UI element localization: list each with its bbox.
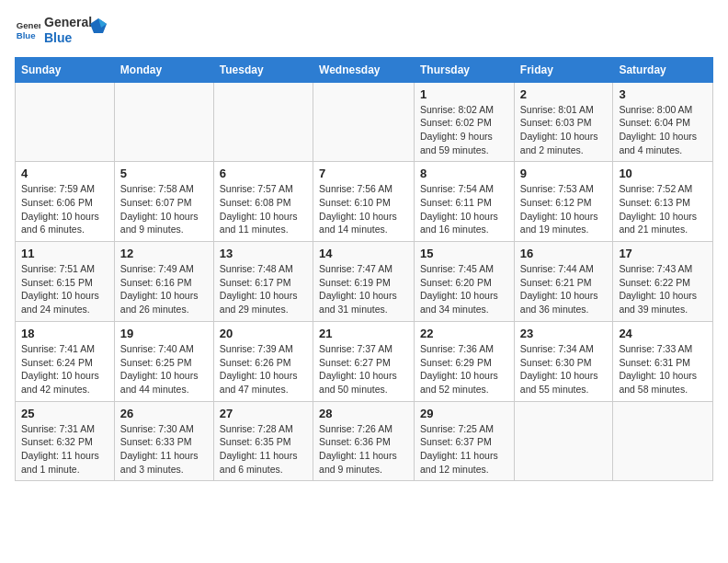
calendar-cell [213, 82, 313, 162]
day-number: 20 [220, 327, 307, 340]
day-detail: Sunrise: 7:57 AM Sunset: 6:08 PM Dayligh… [220, 182, 307, 236]
logo-blue: Blue [44, 30, 92, 46]
calendar-cell: 7Sunrise: 7:56 AM Sunset: 6:10 PM Daylig… [313, 162, 415, 242]
calendar-cell: 15Sunrise: 7:45 AM Sunset: 6:20 PM Dayli… [415, 242, 515, 322]
day-detail: Sunrise: 8:00 AM Sunset: 6:04 PM Dayligh… [619, 103, 707, 157]
calendar-cell: 5Sunrise: 7:58 AM Sunset: 6:07 PM Daylig… [114, 162, 213, 242]
calendar-cell: 9Sunrise: 7:53 AM Sunset: 6:12 PM Daylig… [514, 162, 613, 242]
weekday-header-wednesday: Wednesday [313, 57, 415, 82]
logo-general: General [44, 15, 92, 30]
day-detail: Sunrise: 7:39 AM Sunset: 6:26 PM Dayligh… [220, 342, 307, 396]
logo-flag-icon [88, 17, 108, 37]
day-number: 25 [21, 407, 108, 420]
day-detail: Sunrise: 7:48 AM Sunset: 6:17 PM Dayligh… [220, 262, 307, 316]
day-number: 12 [120, 247, 208, 260]
calendar-cell: 19Sunrise: 7:40 AM Sunset: 6:25 PM Dayli… [114, 321, 213, 401]
day-detail: Sunrise: 7:34 AM Sunset: 6:30 PM Dayligh… [520, 342, 608, 396]
day-detail: Sunrise: 7:43 AM Sunset: 6:22 PM Dayligh… [619, 262, 707, 316]
day-detail: Sunrise: 7:52 AM Sunset: 6:13 PM Dayligh… [619, 182, 707, 236]
svg-text:Blue: Blue [17, 30, 36, 40]
day-detail: Sunrise: 7:47 AM Sunset: 6:19 PM Dayligh… [319, 262, 408, 316]
calendar-cell: 2Sunrise: 8:01 AM Sunset: 6:03 PM Daylig… [514, 82, 613, 162]
calendar-week-row: 1Sunrise: 8:02 AM Sunset: 6:02 PM Daylig… [16, 82, 713, 162]
day-detail: Sunrise: 7:31 AM Sunset: 6:32 PM Dayligh… [21, 422, 108, 477]
day-detail: Sunrise: 7:40 AM Sunset: 6:25 PM Dayligh… [120, 342, 208, 396]
day-detail: Sunrise: 7:41 AM Sunset: 6:24 PM Dayligh… [21, 342, 108, 396]
calendar-cell: 22Sunrise: 7:36 AM Sunset: 6:29 PM Dayli… [415, 321, 515, 401]
day-number: 3 [619, 87, 707, 101]
calendar-cell: 29Sunrise: 7:25 AM Sunset: 6:37 PM Dayli… [415, 401, 515, 481]
day-number: 15 [420, 247, 508, 260]
calendar-cell: 6Sunrise: 7:57 AM Sunset: 6:08 PM Daylig… [213, 162, 313, 242]
calendar-table: SundayMondayTuesdayWednesdayThursdayFrid… [15, 57, 713, 482]
day-number: 26 [120, 407, 208, 420]
calendar-cell: 11Sunrise: 7:51 AM Sunset: 6:15 PM Dayli… [16, 242, 115, 322]
calendar-cell: 12Sunrise: 7:49 AM Sunset: 6:16 PM Dayli… [114, 242, 213, 322]
day-number: 16 [520, 247, 608, 260]
day-detail: Sunrise: 7:51 AM Sunset: 6:15 PM Dayligh… [21, 262, 108, 316]
day-number: 22 [420, 327, 508, 340]
calendar-cell: 13Sunrise: 7:48 AM Sunset: 6:17 PM Dayli… [213, 242, 313, 322]
calendar-cell: 4Sunrise: 7:59 AM Sunset: 6:06 PM Daylig… [16, 162, 115, 242]
day-number: 27 [220, 407, 307, 420]
day-detail: Sunrise: 7:45 AM Sunset: 6:20 PM Dayligh… [420, 262, 508, 316]
calendar-cell: 18Sunrise: 7:41 AM Sunset: 6:24 PM Dayli… [16, 321, 115, 401]
weekday-header-tuesday: Tuesday [213, 57, 313, 82]
calendar-week-row: 25Sunrise: 7:31 AM Sunset: 6:32 PM Dayli… [16, 401, 713, 481]
calendar-cell [613, 401, 713, 481]
calendar-cell: 27Sunrise: 7:28 AM Sunset: 6:35 PM Dayli… [213, 401, 313, 481]
day-number: 18 [21, 327, 108, 340]
weekday-header-row: SundayMondayTuesdayWednesdayThursdayFrid… [16, 57, 713, 82]
weekday-header-saturday: Saturday [613, 57, 713, 82]
calendar-cell: 14Sunrise: 7:47 AM Sunset: 6:19 PM Dayli… [313, 242, 415, 322]
day-detail: Sunrise: 7:59 AM Sunset: 6:06 PM Dayligh… [21, 182, 108, 236]
day-number: 5 [120, 167, 208, 180]
day-detail: Sunrise: 7:56 AM Sunset: 6:10 PM Dayligh… [319, 182, 408, 236]
day-number: 21 [319, 327, 408, 340]
calendar-cell: 17Sunrise: 7:43 AM Sunset: 6:22 PM Dayli… [613, 242, 713, 322]
weekday-header-monday: Monday [114, 57, 213, 82]
calendar-week-row: 4Sunrise: 7:59 AM Sunset: 6:06 PM Daylig… [16, 162, 713, 242]
calendar-cell: 20Sunrise: 7:39 AM Sunset: 6:26 PM Dayli… [213, 321, 313, 401]
day-number: 14 [319, 247, 408, 260]
calendar-cell: 24Sunrise: 7:33 AM Sunset: 6:31 PM Dayli… [613, 321, 713, 401]
day-detail: Sunrise: 7:25 AM Sunset: 6:37 PM Dayligh… [420, 422, 508, 477]
day-number: 24 [619, 327, 707, 340]
day-detail: Sunrise: 7:49 AM Sunset: 6:16 PM Dayligh… [120, 262, 208, 316]
calendar-cell: 26Sunrise: 7:30 AM Sunset: 6:33 PM Dayli… [114, 401, 213, 481]
calendar-cell [514, 401, 613, 481]
day-detail: Sunrise: 7:44 AM Sunset: 6:21 PM Dayligh… [520, 262, 608, 316]
day-number: 10 [619, 167, 707, 180]
day-detail: Sunrise: 7:54 AM Sunset: 6:11 PM Dayligh… [420, 182, 508, 236]
page-header: General Blue General Blue [15, 15, 713, 46]
day-detail: Sunrise: 8:01 AM Sunset: 6:03 PM Dayligh… [520, 103, 608, 157]
day-number: 19 [120, 327, 208, 340]
day-detail: Sunrise: 7:53 AM Sunset: 6:12 PM Dayligh… [520, 182, 608, 236]
day-number: 4 [21, 167, 108, 180]
calendar-cell: 25Sunrise: 7:31 AM Sunset: 6:32 PM Dayli… [16, 401, 115, 481]
weekday-header-sunday: Sunday [16, 57, 115, 82]
day-number: 17 [619, 247, 707, 260]
calendar-cell: 23Sunrise: 7:34 AM Sunset: 6:30 PM Dayli… [514, 321, 613, 401]
calendar-week-row: 18Sunrise: 7:41 AM Sunset: 6:24 PM Dayli… [16, 321, 713, 401]
day-number: 7 [319, 167, 408, 180]
day-number: 13 [220, 247, 307, 260]
weekday-header-friday: Friday [514, 57, 613, 82]
day-number: 9 [520, 167, 608, 180]
day-number: 8 [420, 167, 508, 180]
day-number: 28 [319, 407, 408, 420]
day-detail: Sunrise: 7:28 AM Sunset: 6:35 PM Dayligh… [220, 422, 307, 477]
logo: General Blue General Blue [15, 15, 108, 46]
calendar-cell [313, 82, 415, 162]
calendar-week-row: 11Sunrise: 7:51 AM Sunset: 6:15 PM Dayli… [16, 242, 713, 322]
day-detail: Sunrise: 7:33 AM Sunset: 6:31 PM Dayligh… [619, 342, 707, 396]
calendar-cell: 3Sunrise: 8:00 AM Sunset: 6:04 PM Daylig… [613, 82, 713, 162]
day-number: 11 [21, 247, 108, 260]
day-number: 29 [420, 407, 508, 420]
logo-icon: General Blue [15, 17, 40, 43]
day-detail: Sunrise: 7:26 AM Sunset: 6:36 PM Dayligh… [319, 422, 408, 477]
day-detail: Sunrise: 8:02 AM Sunset: 6:02 PM Dayligh… [420, 103, 508, 157]
day-detail: Sunrise: 7:36 AM Sunset: 6:29 PM Dayligh… [420, 342, 508, 396]
day-number: 1 [420, 87, 508, 101]
calendar-cell: 21Sunrise: 7:37 AM Sunset: 6:27 PM Dayli… [313, 321, 415, 401]
